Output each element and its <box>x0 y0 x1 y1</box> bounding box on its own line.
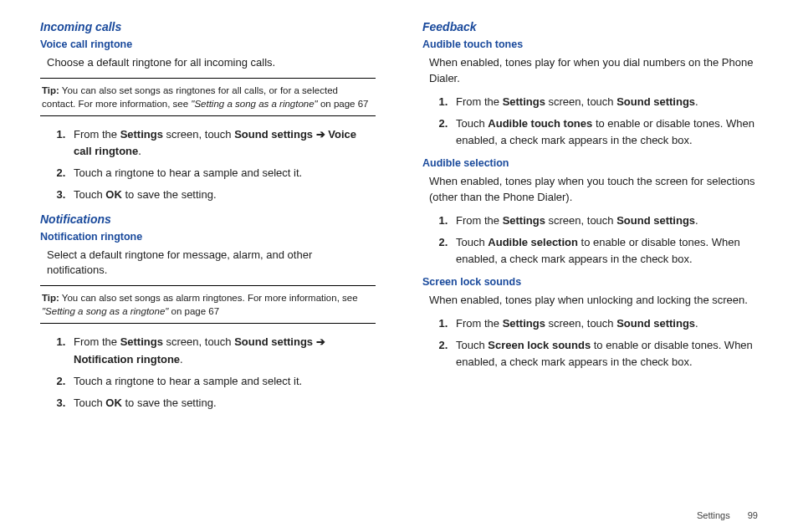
arrow-icon: ➔ <box>313 128 328 141</box>
step-text: Touch <box>456 117 488 130</box>
step-text: From the <box>456 95 503 108</box>
steps-notification-ringtone: From the Settings screen, touch Sound se… <box>47 334 376 412</box>
step-text: Touch <box>74 188 105 201</box>
heading-audible-selection: Audible selection <box>422 157 758 169</box>
step-text: screen, touch <box>545 95 616 108</box>
step-text: . <box>695 317 698 330</box>
step-bold: Audible touch tones <box>488 117 592 130</box>
step: Touch Audible touch tones to enable or d… <box>451 115 758 149</box>
intro-notification-ringtone: Select a default ringtone for message, a… <box>47 248 376 279</box>
tip-voice-call-ringtone: Tip: You can also set songs as ringtones… <box>40 78 376 116</box>
step: From the Settings screen, touch Sound se… <box>451 94 758 110</box>
footer-page-number: 99 <box>748 510 758 520</box>
intro-voice-call-ringtone: Choose a default ringtone for all incomi… <box>47 55 376 71</box>
heading-voice-call-ringtone: Voice call ringtone <box>40 38 376 50</box>
step-bold: Settings <box>503 317 545 330</box>
step-text: . <box>180 353 183 366</box>
steps-audible-touch-tones: From the Settings screen, touch Sound se… <box>429 94 758 149</box>
step-bold: Sound settings <box>616 95 695 108</box>
step-text: to save the setting. <box>122 188 217 201</box>
tip-notification-ringtone: Tip: You can also set songs as alarm rin… <box>40 285 376 324</box>
page-footer: Settings 99 <box>697 510 758 520</box>
intro-screen-lock-sounds: When enabled, tones play when unlocking … <box>429 293 758 309</box>
step: Touch Audible selection to enable or dis… <box>451 234 758 268</box>
step-bold: Settings <box>503 214 545 227</box>
step: Touch a ringtone to hear a sample and se… <box>69 373 376 390</box>
step-bold: Sound settings <box>234 335 313 348</box>
step-text: From the <box>74 128 120 141</box>
step-bold: OK <box>105 188 122 201</box>
steps-screen-lock-sounds: From the Settings screen, touch Sound se… <box>429 315 758 371</box>
tip-quote: "Setting a song as a ringtone" <box>191 99 317 109</box>
step-bold: Sound settings <box>616 317 695 330</box>
tip-label: Tip: <box>42 293 59 303</box>
step-text: . <box>138 145 141 157</box>
step: Touch a ringtone to hear a sample and se… <box>69 165 376 182</box>
step-text: Touch <box>456 339 488 351</box>
step-bold: OK <box>105 396 122 409</box>
step-bold: Sound settings <box>234 128 313 141</box>
step-text: screen, touch <box>163 335 234 348</box>
step-bold: Audible selection <box>488 236 578 248</box>
left-column: Incoming calls Voice call ringtone Choos… <box>40 17 376 420</box>
step-bold: Settings <box>120 128 163 141</box>
heading-notifications: Notifications <box>40 212 376 226</box>
footer-section: Settings <box>697 510 730 520</box>
step: From the Settings screen, touch Sound se… <box>69 334 376 367</box>
step-text: screen, touch <box>163 128 234 141</box>
step: Touch OK to save the setting. <box>69 395 376 412</box>
step-text: . <box>695 95 698 108</box>
step-text: From the <box>74 335 120 348</box>
tip-text-suffix: on page 67 <box>318 99 369 109</box>
heading-incoming-calls: Incoming calls <box>40 20 376 33</box>
step: From the Settings screen, touch Sound se… <box>69 126 376 160</box>
step-text: . <box>695 214 698 227</box>
step-text: screen, touch <box>545 317 616 330</box>
step-text: From the <box>456 317 503 330</box>
step-bold: Settings <box>503 95 545 108</box>
tip-text-suffix: on page 67 <box>168 306 219 316</box>
steps-audible-selection: From the Settings screen, touch Sound se… <box>429 212 758 268</box>
step-text: Touch <box>456 236 488 248</box>
heading-audible-touch-tones: Audible touch tones <box>422 38 758 50</box>
intro-audible-selection: When enabled, tones play when you touch … <box>429 174 758 206</box>
step: From the Settings screen, touch Sound se… <box>451 212 758 229</box>
step: From the Settings screen, touch Sound se… <box>451 315 758 332</box>
heading-notification-ringtone: Notification ringtone <box>40 231 376 243</box>
heading-screen-lock-sounds: Screen lock sounds <box>422 276 758 288</box>
step-bold: Settings <box>120 335 163 348</box>
arrow-icon: ➔ <box>313 335 325 348</box>
tip-label: Tip: <box>42 85 59 95</box>
tip-text-prefix: You can also set songs as alarm ringtone… <box>59 293 358 303</box>
step-text: From the <box>456 214 503 227</box>
step-bold: Screen lock sounds <box>488 339 591 351</box>
step-bold: Sound settings <box>616 214 695 227</box>
step-text: Touch <box>74 396 105 409</box>
page-body: Incoming calls Voice call ringtone Choos… <box>0 0 798 428</box>
tip-quote: "Setting a song as a ringtone" <box>42 306 168 316</box>
intro-audible-touch-tones: When enabled, tones play for when you di… <box>429 55 758 87</box>
step: Touch Screen lock sounds to enable or di… <box>451 337 758 371</box>
step-text: screen, touch <box>545 214 616 227</box>
steps-voice-call-ringtone: From the Settings screen, touch Sound se… <box>47 126 376 204</box>
heading-feedback: Feedback <box>422 20 758 33</box>
step-bold: Notification ringtone <box>74 353 180 366</box>
step: Touch OK to save the setting. <box>69 187 376 203</box>
right-column: Feedback Audible touch tones When enable… <box>422 17 758 420</box>
step-text: to save the setting. <box>122 396 217 409</box>
